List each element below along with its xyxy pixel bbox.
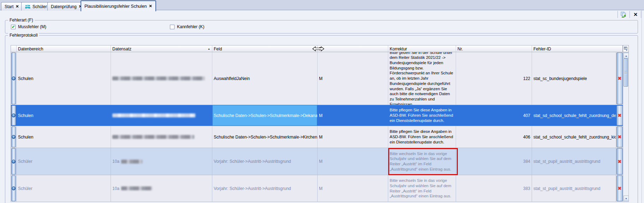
sort-ascending-icon: ▲ bbox=[208, 48, 210, 50]
tab-close-icon[interactable]: ✕ bbox=[16, 5, 19, 8]
mussfehler-option: ✔ Mussfehler (M) bbox=[11, 24, 46, 29]
scroll-down-button[interactable]: ▼ bbox=[624, 196, 629, 201]
row-selector-cell: ? bbox=[11, 175, 17, 202]
row-handle[interactable]: ? bbox=[11, 176, 16, 201]
group-title: Fehlerart (F) bbox=[8, 18, 35, 23]
cell-nr: 122 bbox=[456, 52, 532, 105]
scrollbar-thumb[interactable] bbox=[624, 59, 628, 87]
row-handle[interactable]: ? bbox=[11, 53, 16, 104]
cell-korrektur: Bitte pflegen Sie diese Angaben in ASD-B… bbox=[388, 126, 456, 148]
row-selector-cell: ? bbox=[11, 148, 17, 175]
table-row[interactable]: ? Schulen Schulische Daten->Schulen->Sch… bbox=[11, 105, 623, 126]
help-icon[interactable]: ? bbox=[12, 160, 16, 164]
column-header-fehler-id[interactable]: Fehler-ID bbox=[532, 45, 616, 52]
cell-fehler-id: stat_st_pupil_austritt_austrittsgrund bbox=[532, 175, 616, 202]
checkbox-label: Mussfehler (M) bbox=[18, 24, 46, 29]
table-row[interactable]: ? Schüler 10a Vorjahr: Schüler->Austritt… bbox=[11, 175, 623, 202]
cell-datensatz bbox=[111, 52, 212, 105]
cell-datensatz bbox=[111, 105, 212, 126]
cell-korrektur: Bitte pflegen Sie diese Angaben in ASD-B… bbox=[388, 105, 456, 126]
column-chooser-button[interactable] bbox=[623, 45, 629, 52]
cell-f: M bbox=[318, 105, 388, 126]
tab-label: Start bbox=[5, 4, 13, 9]
help-icon[interactable]: ? bbox=[12, 135, 16, 139]
cell-korrektur: Bitte geben Sie in der Schule unter dem … bbox=[388, 52, 456, 105]
tab-close-icon[interactable]: ✕ bbox=[149, 4, 152, 8]
vertical-scrollbar[interactable]: ▲ ▼ bbox=[623, 52, 629, 202]
cell-delete: ✖ bbox=[616, 105, 623, 126]
tab-label: Datenprüfung bbox=[51, 4, 77, 9]
cell-delete: ✖ bbox=[616, 52, 623, 105]
cell-feld: Vorjahr: Schüler->Austritt->Austrittsgru… bbox=[212, 148, 318, 175]
row-selector-cell: ? bbox=[11, 126, 17, 148]
tab-plausibilisierungsfehler-schulen[interactable]: Plausibilisierungsfehler Schulen ✕ bbox=[81, 0, 156, 11]
tab-label: Schüler bbox=[33, 4, 47, 9]
help-icon[interactable]: ? bbox=[12, 76, 16, 80]
column-header-f[interactable]: F bbox=[318, 45, 388, 52]
row-handle[interactable]: ? bbox=[11, 127, 16, 147]
cell-korrektur: Bitte wechseln Sie in das vorige Schulja… bbox=[388, 148, 456, 175]
close-view-button[interactable]: ✕ bbox=[631, 11, 640, 18]
cell-nr: 407 bbox=[456, 105, 532, 126]
row-selector-header bbox=[11, 45, 17, 52]
delete-error-button[interactable]: ✖ bbox=[616, 127, 623, 147]
delete-icon: ✖ bbox=[618, 135, 622, 139]
cell-nr: 383 bbox=[456, 175, 532, 202]
table-row[interactable]: ? Schulen AuswahlfeldJaNein M Bitte gebe… bbox=[11, 52, 623, 105]
tab-label: Plausibilisierungsfehler Schulen bbox=[84, 4, 147, 9]
close-icon: ✕ bbox=[633, 12, 638, 17]
delete-icon: ✖ bbox=[618, 113, 622, 118]
cell-nr: 406 bbox=[456, 126, 532, 148]
separator bbox=[641, 11, 641, 18]
class-prefix: 10a bbox=[112, 159, 119, 164]
row-handle[interactable]: ? bbox=[11, 105, 16, 125]
column-header-nr[interactable]: Nr. bbox=[456, 45, 532, 52]
delete-icon: ✖ bbox=[618, 186, 622, 191]
redacted-text bbox=[121, 160, 142, 164]
delete-error-button[interactable]: ✖ bbox=[616, 148, 623, 174]
cell-feld: Vorjahr: Schüler->Austritt->Austrittsgru… bbox=[212, 175, 318, 202]
column-header-datenbereich[interactable]: Datenbereich bbox=[17, 45, 111, 52]
mussfehler-checkbox[interactable]: ✔ bbox=[11, 25, 16, 29]
tab-start[interactable]: Start ✕ bbox=[1, 2, 23, 11]
delete-error-button[interactable]: ✖ bbox=[616, 105, 623, 125]
cell-feld: AuswahlfeldJaNein bbox=[212, 52, 318, 105]
column-header-korrektur[interactable]: Korrektur bbox=[388, 45, 456, 52]
delete-icon: ✖ bbox=[618, 159, 622, 164]
refresh-button[interactable] bbox=[619, 11, 628, 18]
column-chooser-icon bbox=[624, 47, 628, 51]
cell-fehler-id: stat_sc_bundesjugendspiele bbox=[532, 52, 616, 105]
cell-datenbereich: Schüler bbox=[17, 148, 111, 175]
kannfehler-checkbox[interactable] bbox=[170, 25, 175, 29]
table-row[interactable]: ? Schulen Schulische Daten->Schulen->Sch… bbox=[11, 126, 623, 148]
cell-delete: ✖ bbox=[616, 175, 623, 202]
redacted-text bbox=[121, 186, 152, 190]
cell-feld-focused[interactable]: Schulische Daten->Schulen->Schulmerkmale… bbox=[212, 105, 318, 126]
cell-fehler-id: stat_sd_school_schule_fehlt_zuordnung_ki… bbox=[532, 126, 616, 148]
kannfehler-option: Kannfehler (K) bbox=[170, 24, 204, 29]
column-header-datensatz[interactable]: Datensatz▲ bbox=[111, 45, 212, 52]
redacted-text bbox=[112, 76, 205, 80]
cell-datensatz: 10a bbox=[111, 148, 212, 175]
table-row[interactable]: ? Schüler 10a Vorjahr: Schüler->Austritt… bbox=[11, 148, 623, 175]
cell-feld: Schulische Daten->Schulen->Schulmerkmale… bbox=[212, 126, 318, 148]
table-header-row: Datenbereich Datensatz▲ Feld F Korrektur… bbox=[11, 45, 623, 52]
delete-error-button[interactable]: ✖ bbox=[616, 53, 623, 104]
delete-error-button[interactable]: ✖ bbox=[616, 176, 623, 201]
cell-nr: 384 bbox=[456, 148, 532, 175]
fehlerart-group: Fehlerart (F) ✔ Mussfehler (M) Kannfehle… bbox=[5, 20, 638, 33]
cell-fehler-id: stat_st_pupil_austritt_austrittsgrund bbox=[532, 148, 616, 175]
scroll-up-button[interactable]: ▲ bbox=[624, 53, 629, 59]
column-header-feld[interactable]: Feld bbox=[212, 45, 318, 52]
help-icon[interactable]: ? bbox=[12, 186, 16, 190]
view-toolbar: ✕ bbox=[0, 10, 644, 19]
cell-datensatz: 10a bbox=[111, 175, 212, 202]
cell-datenbereich: Schulen bbox=[17, 52, 111, 105]
cell-f: M bbox=[318, 148, 388, 175]
cell-f: M bbox=[318, 126, 388, 148]
help-icon[interactable]: ? bbox=[12, 113, 16, 117]
students-icon bbox=[25, 5, 30, 9]
cell-f: M bbox=[318, 52, 388, 105]
tab-datenpruefung[interactable]: Datenprüfung ✕ bbox=[47, 2, 85, 11]
row-handle[interactable]: ? bbox=[11, 148, 16, 174]
